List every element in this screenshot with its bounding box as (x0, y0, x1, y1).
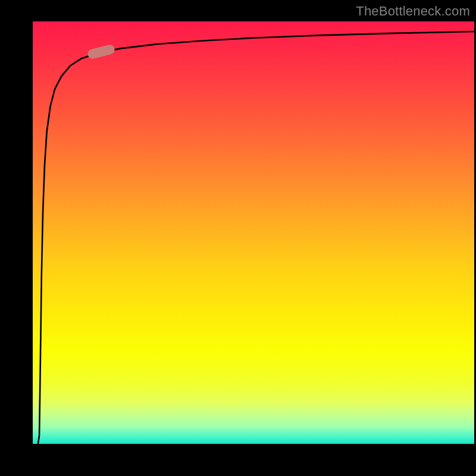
watermark-text: TheBottleneck.com (356, 4, 470, 19)
curve-svg (33, 21, 474, 444)
plot-area (33, 21, 474, 444)
curve-path (38, 32, 474, 444)
